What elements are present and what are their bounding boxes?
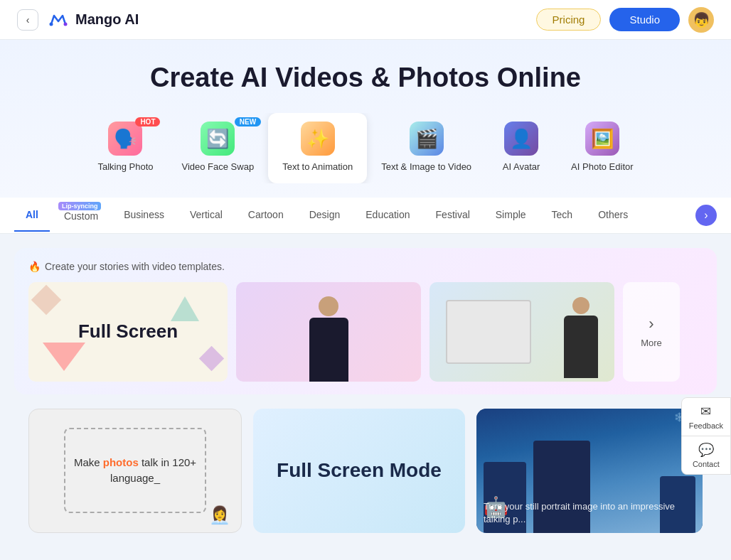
- text-animation-icon: ✨: [301, 122, 335, 156]
- fullscreen-card-text: Full Screen: [78, 321, 178, 343]
- tool-item-video-face-swap[interactable]: NEW 🔄 Video Face Swap: [167, 113, 268, 183]
- tool-item-text-to-animation[interactable]: ✨ Text to Animation: [268, 113, 367, 183]
- category-education[interactable]: Education: [354, 199, 421, 232]
- banner-title-text: Create your stories with video templates…: [45, 261, 225, 272]
- floating-buttons: ✉ Feedback 💬 Contact: [681, 397, 731, 475]
- back-button[interactable]: ‹: [17, 9, 38, 31]
- category-festival[interactable]: Festival: [425, 199, 481, 232]
- template-scroll: Full Screen: [28, 282, 703, 382]
- portrait-card-text: Turn your still portrait image into an i…: [484, 500, 695, 526]
- logo-icon: [47, 9, 70, 31]
- logo: Mango AI: [47, 9, 139, 31]
- category-custom[interactable]: Lip-syncing Custom: [53, 198, 110, 233]
- category-navigation: All Lip-syncing Custom Business Vertical…: [0, 198, 731, 234]
- svg-point-2: [64, 22, 68, 26]
- template-card-presenter[interactable]: [429, 282, 614, 382]
- category-others[interactable]: Others: [587, 199, 639, 232]
- template-card-fullscreen[interactable]: Full Screen: [28, 282, 228, 382]
- hot-badge: HOT: [135, 117, 160, 126]
- template-card-person1[interactable]: [236, 282, 421, 382]
- tool-item-ai-photo-editor[interactable]: 🖼️ AI Photo Editor: [557, 113, 647, 183]
- ai-avatar-label: AI Avatar: [503, 161, 540, 173]
- banner-title: 🔥 Create your stories with video templat…: [28, 261, 703, 272]
- svg-point-1: [50, 22, 53, 26]
- templates-section: 🔥 Create your stories with video templat…: [0, 234, 731, 556]
- talking-photo-label: Talking Photo: [97, 161, 153, 173]
- more-label: More: [641, 338, 662, 348]
- category-business[interactable]: Business: [112, 199, 176, 232]
- hero-section: Create AI Videos & Photos Online HOT 🗣️ …: [0, 40, 731, 198]
- fullscreen-mode-text: Full Screen Mode: [277, 459, 442, 482]
- avatar[interactable]: 👦: [688, 7, 714, 33]
- header-left: ‹ Mango AI: [17, 9, 139, 31]
- category-tech[interactable]: Tech: [540, 199, 585, 232]
- template-banner: 🔥 Create your stories with video templat…: [14, 248, 717, 394]
- bottom-card-fullscreen-mode[interactable]: Full Screen Mode: [253, 409, 465, 533]
- category-cartoon[interactable]: Cartoon: [237, 199, 295, 232]
- category-vertical[interactable]: Vertical: [178, 199, 234, 232]
- fire-emoji: 🔥: [28, 261, 41, 272]
- bottom-cards: Make photos talk in 120+language_ 👩‍💼 Fu…: [14, 409, 717, 547]
- lip-syncing-badge: Lip-syncing: [58, 202, 102, 210]
- feedback-icon: ✉: [700, 404, 711, 419]
- contact-button[interactable]: 💬 Contact: [681, 436, 731, 475]
- category-simple[interactable]: Simple: [484, 199, 538, 232]
- photo-editor-icon: 🖼️: [585, 122, 619, 156]
- header: ‹ Mango AI Pricing Studio 👦: [0, 0, 731, 40]
- template-more-button[interactable]: › More: [623, 282, 680, 382]
- category-all[interactable]: All: [14, 199, 50, 232]
- header-right: Pricing Studio 👦: [536, 7, 714, 33]
- text-animation-label: Text to Animation: [282, 161, 353, 173]
- contact-label: Contact: [693, 460, 720, 468]
- photo-editor-label: AI Photo Editor: [571, 161, 633, 173]
- tool-item-ai-avatar[interactable]: 👤 AI Avatar: [486, 113, 557, 183]
- ai-avatar-icon: 👤: [504, 122, 538, 156]
- category-more-button[interactable]: ›: [695, 205, 717, 226]
- logo-text: Mango AI: [75, 11, 139, 28]
- text-image-video-label: Text & Image to Video: [381, 161, 471, 173]
- text-image-video-icon: 🎬: [410, 122, 444, 156]
- bottom-card-whiteboard[interactable]: Make photos talk in 120+language_ 👩‍💼: [28, 409, 242, 533]
- face-swap-label: Video Face Swap: [181, 161, 254, 173]
- new-badge: NEW: [235, 117, 261, 126]
- studio-button[interactable]: Studio: [609, 8, 680, 31]
- whiteboard-text: Make photos talk in 120+language_: [74, 455, 196, 487]
- talking-photo-icon: 🗣️: [108, 122, 142, 156]
- tool-navigation: HOT 🗣️ Talking Photo NEW 🔄 Video Face Sw…: [14, 113, 717, 183]
- feedback-button[interactable]: ✉ Feedback: [681, 397, 731, 436]
- category-design[interactable]: Design: [298, 199, 352, 232]
- face-swap-icon: 🔄: [201, 122, 235, 156]
- tool-item-text-image-to-video[interactable]: 🎬 Text & Image to Video: [367, 113, 486, 183]
- feedback-label: Feedback: [689, 421, 723, 430]
- tool-item-talking-photo[interactable]: HOT 🗣️ Talking Photo: [83, 113, 167, 183]
- whiteboard-inner: Make photos talk in 120+language_ 👩‍💼: [64, 428, 206, 513]
- contact-icon: 💬: [698, 442, 714, 458]
- bottom-card-portrait[interactable]: 🤖 ❄️ ❄️ Turn your still portrait image i…: [476, 409, 703, 533]
- hero-title: Create AI Videos & Photos Online: [14, 63, 717, 93]
- pricing-button[interactable]: Pricing: [536, 9, 602, 31]
